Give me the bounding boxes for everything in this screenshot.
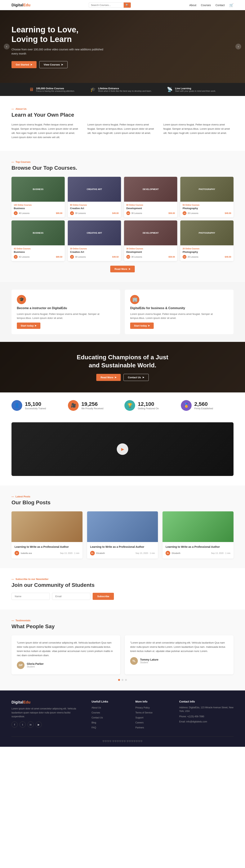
cta-read-more-button[interactable]: Read More ➤ bbox=[96, 374, 120, 381]
blog-card[interactable]: Learning to Write as a Professional Auth… bbox=[87, 512, 158, 558]
course-image: Photography bbox=[180, 177, 234, 202]
blog-section: Latest Posts Our Blog Posts Learning to … bbox=[0, 486, 245, 568]
nav-about[interactable]: About bbox=[189, 4, 197, 7]
footer-email: Email: info@digitaledu.com bbox=[179, 720, 234, 723]
course-author-avatar: AM bbox=[126, 211, 130, 215]
newsletter-name-input[interactable] bbox=[11, 593, 50, 600]
course-card[interactable]: Creative Art 80 Online Courses Creative … bbox=[68, 177, 121, 217]
footer-bottom: 学学学学 学学学学学学 学学学学学学学 bbox=[11, 737, 234, 743]
testimonial-quote: "Lorem ipsum dolor sit amet consectetur … bbox=[130, 641, 228, 653]
course-author-avatar: AM bbox=[126, 255, 130, 259]
footer-social: f t in ▶ bbox=[11, 721, 84, 727]
search-button[interactable]: 🔍 bbox=[124, 2, 131, 8]
course-image: Creative Art bbox=[68, 177, 121, 202]
course-tag: 80 Online Courses bbox=[70, 204, 119, 206]
course-card[interactable]: Development 30 Online Courses Developmen… bbox=[124, 220, 177, 261]
footer-link-blog[interactable]: Blog bbox=[92, 721, 96, 724]
newsletter-email-input[interactable] bbox=[52, 593, 90, 600]
course-card[interactable]: Development 80 Online Courses Developmen… bbox=[124, 177, 177, 217]
course-card[interactable]: Business 42 Online Courses Business IS 4… bbox=[11, 220, 65, 261]
about-grid: Lorem ipsum viverra feugiat. Pellen tesq… bbox=[11, 123, 234, 140]
counter-label: Getting Featured On bbox=[138, 407, 159, 410]
footer-link-support[interactable]: Support bbox=[135, 716, 143, 719]
footer: DigitalEdu Lorem ipsum dolor sit amet co… bbox=[0, 690, 245, 747]
footer-brand: DigitalEdu Lorem ipsum dolor sit amet co… bbox=[11, 700, 84, 731]
testimonial-quote: "Lorem ipsum dolor sit amet consectetur … bbox=[17, 641, 115, 657]
footer-link-faq[interactable]: FAQ bbox=[92, 726, 96, 729]
course-author-avatar: IS bbox=[14, 255, 18, 259]
dot-3[interactable] bbox=[125, 679, 127, 681]
info-start-button[interactable]: Start today ➤ bbox=[17, 322, 40, 329]
dot-1[interactable] bbox=[118, 679, 120, 681]
read-more-button[interactable]: Read More ➤ bbox=[110, 266, 135, 272]
blog-card[interactable]: Learning to Write as a Professional Auth… bbox=[11, 512, 82, 558]
hero-prev-button[interactable]: ‹ bbox=[4, 44, 9, 50]
social-twitter[interactable]: t bbox=[20, 721, 26, 727]
stat-courses-desc: Focus is having the unwavering attention… bbox=[36, 90, 75, 92]
footer-link-courses[interactable]: Courses bbox=[92, 711, 100, 714]
counter-label: We Proudly Received bbox=[81, 407, 103, 410]
course-card[interactable]: Business 125 Online Courses Business IS … bbox=[11, 177, 65, 217]
counter-label: Successfully Trained bbox=[25, 407, 46, 410]
footer-link-careers[interactable]: Careers bbox=[135, 721, 144, 724]
search-input[interactable] bbox=[89, 2, 124, 8]
footer-link-about[interactable]: About Us bbox=[92, 706, 101, 709]
video-container[interactable]: ▶ bbox=[11, 422, 234, 476]
course-lessons: 40 Lessons bbox=[19, 212, 30, 214]
counter-icon: 👤 bbox=[11, 400, 22, 411]
course-tag: 125 Online Courses bbox=[14, 204, 62, 206]
nav-courses[interactable]: Courses bbox=[201, 4, 211, 7]
footer-desc: Lorem ipsum dolor sit amet consectetur a… bbox=[11, 707, 84, 718]
get-started-button[interactable]: Get Started ➤ bbox=[11, 61, 37, 68]
footer-address: Address: DigitalEdu, 123 Miracle Avenue … bbox=[179, 706, 234, 713]
social-facebook[interactable]: f bbox=[11, 721, 18, 727]
newsletter-title: Join our Community of Students bbox=[11, 582, 234, 588]
counter-item: 🎥 19,256 We Proudly Received bbox=[68, 400, 120, 411]
blog-author-name: Elizabeth bbox=[96, 552, 105, 554]
cta-contact-button[interactable]: Contact Us ➤ bbox=[124, 374, 149, 381]
cart-icon[interactable]: 🛒 bbox=[229, 3, 234, 7]
stat-live-title: Live Learning bbox=[175, 87, 216, 90]
blog-author-avatar: EL bbox=[90, 551, 95, 555]
blog-title: Learning to Write as a Professional Auth… bbox=[90, 545, 155, 549]
dot-2[interactable] bbox=[121, 679, 124, 681]
newsletter-form: Subscribe bbox=[11, 593, 234, 600]
cta-title: Educating Champions of a Justand Sustain… bbox=[11, 353, 234, 369]
course-card[interactable]: Photography 55 Online Courses Photograph… bbox=[180, 177, 234, 217]
nav-contact[interactable]: Contact bbox=[215, 4, 225, 7]
courses-section: Top Courses Browse Our Top Courses. Busi… bbox=[0, 151, 245, 282]
blog-title: Learning to Write as a Professional Auth… bbox=[14, 545, 79, 549]
testimonial-card: "Lorem ipsum dolor sit amet consectetur … bbox=[125, 635, 234, 674]
blog-date: Sep 13, 2020 · 1 min bbox=[211, 552, 231, 554]
footer-useful-links: Usefull Links About Us Courses Contact U… bbox=[92, 700, 128, 731]
course-card[interactable]: Photography 20 Online Courses Photograph… bbox=[180, 220, 234, 261]
play-button[interactable]: ▶ bbox=[117, 443, 128, 455]
footer-grid: DigitalEdu Lorem ipsum dolor sit amet co… bbox=[11, 700, 234, 731]
blog-date: Sep 13, 2020 · 1 min bbox=[60, 552, 79, 554]
footer-link-terms[interactable]: Terms of Service bbox=[135, 711, 152, 714]
testimonials-dots bbox=[11, 679, 234, 681]
footer-link-partners[interactable]: Partners bbox=[135, 726, 144, 729]
view-courses-button[interactable]: View Courses ➤ bbox=[39, 61, 68, 68]
course-card[interactable]: Creative Art 30 Online Courses Creative … bbox=[68, 220, 121, 261]
course-image: Development bbox=[124, 220, 177, 245]
course-title: Photography bbox=[183, 207, 231, 210]
footer-more-info: More Info Privacy Policy Terms of Servic… bbox=[135, 700, 172, 731]
nav-logo: DigitalEdu bbox=[11, 3, 30, 7]
stat-live: 📡 Live Learning Start with your goals in… bbox=[167, 87, 216, 92]
stat-lifetime-desc: Work when it feels like the best way to … bbox=[98, 90, 152, 92]
blog-card[interactable]: Learning to Write as a Professional Auth… bbox=[163, 512, 234, 558]
social-linkedin[interactable]: in bbox=[28, 721, 34, 727]
courses-title: Browse Our Top Courses. bbox=[11, 165, 234, 171]
hero-next-button[interactable]: › bbox=[236, 44, 241, 50]
footer-more-list: Privacy Policy Terms of Service Support … bbox=[135, 706, 172, 729]
about-title: Learn at Your Own Place bbox=[11, 112, 234, 118]
footer-copyright: 学学学学 学学学学学学 学学学学学学学 bbox=[102, 740, 143, 743]
course-author-avatar: IS bbox=[14, 211, 18, 215]
info-start-button[interactable]: Start today ➤ bbox=[130, 322, 154, 329]
course-lessons: 30 Lessons bbox=[131, 256, 142, 258]
footer-link-contact[interactable]: Contact Us bbox=[92, 716, 103, 719]
footer-link-privacy[interactable]: Privacy Policy bbox=[135, 706, 150, 709]
subscribe-button[interactable]: Subscribe bbox=[93, 593, 114, 600]
social-youtube[interactable]: ▶ bbox=[36, 721, 42, 727]
